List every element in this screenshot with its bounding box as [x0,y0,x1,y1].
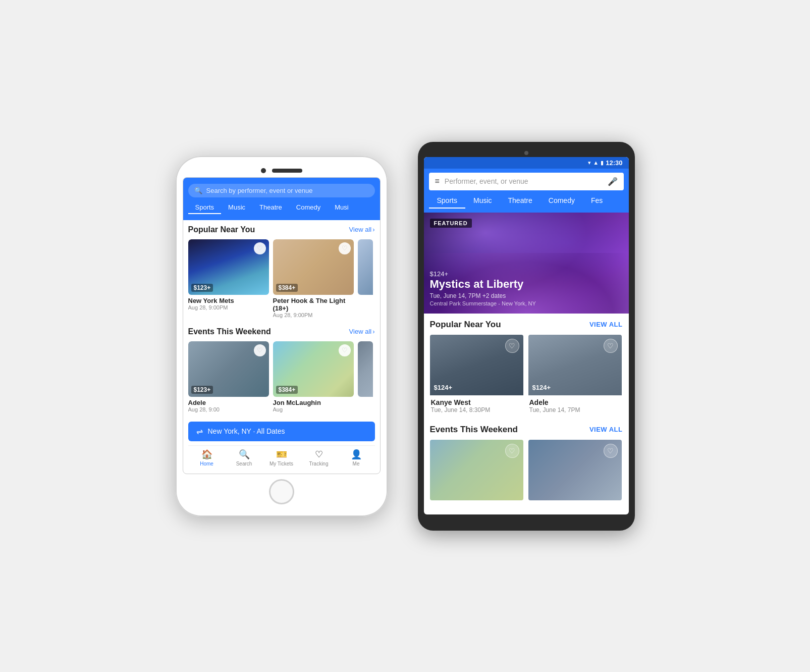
android-popular-card-1[interactable]: ♡ $124+ Kanye West Tue, June 14, 8:30PM [430,335,523,417]
android-status-bar: ▾ ▲ ▮ 12:30 [424,157,629,169]
iphone-search-bar[interactable]: 🔍 Search by performer, event or venue [188,184,375,197]
iphone-camera [261,168,266,173]
android-bottom-bar [424,514,629,525]
weekend-card-3 [358,341,373,415]
android-popular-card-1-name: Kanye West [431,398,522,406]
weekend-card-1-info: Adele Aug 28, 9:00 [188,397,269,415]
tickets-icon: 🎫 [276,449,287,460]
bottom-nav-tickets[interactable]: 🎫 My Tickets [263,449,300,467]
android-device: ▾ ▲ ▮ 12:30 ≡ Performer, event, or venue… [418,142,635,531]
chevron-right-icon: › [372,226,374,233]
android-popular-title: Popular Near You [430,320,501,330]
android-tab-comedy[interactable]: Comedy [541,193,583,209]
iphone-tab-sports[interactable]: Sports [188,201,222,214]
android-search-row[interactable]: ≡ Performer, event, or venue 🎤 [429,173,624,190]
android-tab-theatre[interactable]: Theatre [500,193,541,209]
popular-card-1-date: Aug 28, 9:00PM [188,304,269,311]
popular-card-1[interactable]: $123+ ♡ New York Mets Aug 28, 9:00PM [188,239,269,320]
popular-card-3 [358,239,373,320]
popular-card-1-image: $123+ ♡ [188,239,269,295]
weekend-view-all[interactable]: View all › [349,328,375,335]
weekend-card-2[interactable]: $384+ ♡ Jon McLaughin Aug [273,341,354,415]
scene: 🔍 Search by performer, event or venue Sp… [155,122,655,551]
weekend-section-header: Events This Weekend View all › [188,327,375,336]
popular-card-2-info: Peter Hook & The Light (18+) Aug 28, 9:0… [273,295,354,320]
popular-card-2[interactable]: $384+ ♡ Peter Hook & The Light (18+) Aug… [273,239,354,320]
android-weekend-card-2[interactable]: ♡ [528,440,622,500]
android-app-header: ≡ Performer, event, or venue 🎤 Sports Mu… [424,169,629,213]
android-search-placeholder[interactable]: Performer, event, or venue [445,177,603,185]
iphone-top-bar [183,163,381,177]
bottom-nav-tracking[interactable]: ♡ Tracking [300,449,338,467]
android-weekend-header: Events This Weekend VIEW ALL [430,425,623,435]
status-time: 12:30 [606,159,622,167]
featured-title: Mystics at Liberty [430,278,536,291]
android-weekend-card-1[interactable]: ♡ [430,440,523,500]
weekend-card-1-name: Adele [188,399,269,406]
weekend-card-2-heart[interactable]: ♡ [339,344,351,356]
android-popular-card-1-price: $124+ [434,384,453,391]
android-top [424,148,629,157]
weekend-card-2-image: $384+ ♡ [273,341,354,397]
me-icon: 👤 [351,449,362,460]
iphone-tab-music[interactable]: Music [221,201,252,214]
bottom-nav-tracking-label: Tracking [309,461,329,467]
iphone-tab-theatre[interactable]: Theatre [252,201,289,214]
featured-info: $124+ Mystics at Liberty Tue, June 14, 7… [430,270,536,306]
android-tab-sports[interactable]: Sports [429,193,465,209]
tracking-icon: ♡ [315,449,323,460]
featured-banner[interactable]: FEATURED $124+ Mystics at Liberty Tue, J… [424,213,629,314]
weekend-section-title: Events This Weekend [188,327,271,336]
microphone-icon[interactable]: 🎤 [608,177,618,186]
bottom-nav-me[interactable]: 👤 Me [338,449,375,467]
popular-card-2-date: Aug 28, 9:00PM [273,312,354,318]
status-icons: ▾ ▲ ▮ 12:30 [588,159,622,167]
home-icon: 🏠 [201,449,212,460]
popular-section-header: Popular Near You View all › [188,225,375,234]
android-popular-header: Popular Near You VIEW ALL [430,320,623,330]
android-popular-card-1-heart[interactable]: ♡ [505,339,519,353]
chevron-right-icon-2: › [372,328,374,335]
search-nav-icon: 🔍 [239,449,250,460]
android-weekend-card-1-heart[interactable]: ♡ [505,444,519,458]
iphone-tab-comedy[interactable]: Comedy [289,201,328,214]
popular-card-1-price: $123+ [191,284,213,292]
iphone-app-header: 🔍 Search by performer, event or venue Sp… [183,178,380,220]
bottom-nav-home[interactable]: 🏠 Home [188,449,226,467]
android-tab-music[interactable]: Music [465,193,500,209]
android-popular-view-all[interactable]: VIEW ALL [589,321,623,328]
iphone-tab-music2[interactable]: Musi [328,201,355,214]
popular-card-1-heart[interactable]: ♡ [254,242,266,254]
android-popular-card-1-image: ♡ $124+ [430,335,523,395]
iphone-screen: 🔍 Search by performer, event or venue Sp… [183,177,381,474]
android-popular-card-2-name: Adele [529,398,621,406]
android-weekend-title: Events This Weekend [430,425,518,435]
android-weekend-card-2-image: ♡ [528,440,622,500]
popular-card-2-heart[interactable]: ♡ [339,242,351,254]
weekend-card-1-price: $123+ [191,386,213,394]
android-popular-card-2[interactable]: ♡ $124+ Adele Tue, June 14, 7PM [528,335,622,417]
hamburger-icon[interactable]: ≡ [435,177,440,186]
filter-icon: ⇌ [196,427,203,436]
bottom-nav-search[interactable]: 🔍 Search [226,449,263,467]
android-popular-card-2-info: Adele Tue, June 14, 7PM [528,395,622,417]
bottom-nav-home-label: Home [200,461,213,467]
android-popular-card-1-info: Kanye West Tue, June 14, 8:30PM [430,395,523,417]
android-weekend-card-2-heart[interactable]: ♡ [604,444,618,458]
filter-bar[interactable]: ⇌ New York, NY · All Dates [188,422,375,441]
android-popular-card-2-price: $124+ [532,384,551,391]
android-popular-cards-row: ♡ $124+ Kanye West Tue, June 14, 8:30PM … [430,335,623,417]
android-nav-tabs: Sports Music Theatre Comedy Fes [429,190,624,210]
android-popular-card-2-image: ♡ $124+ [528,335,622,395]
popular-view-all[interactable]: View all › [349,226,375,233]
android-camera [524,151,528,155]
weekend-card-1-heart[interactable]: ♡ [254,344,266,356]
featured-badge: FEATURED [430,219,472,228]
filter-label: New York, NY · All Dates [208,427,285,435]
android-popular-card-2-heart[interactable]: ♡ [604,339,618,353]
weekend-card-1[interactable]: $123+ ♡ Adele Aug 28, 9:00 [188,341,269,415]
iphone-home-button[interactable] [269,479,294,504]
android-content: Popular Near You VIEW ALL ♡ $124+ Kanye … [424,314,629,514]
android-weekend-view-all[interactable]: VIEW ALL [589,426,623,433]
android-tab-festivals[interactable]: Fes [583,193,611,209]
